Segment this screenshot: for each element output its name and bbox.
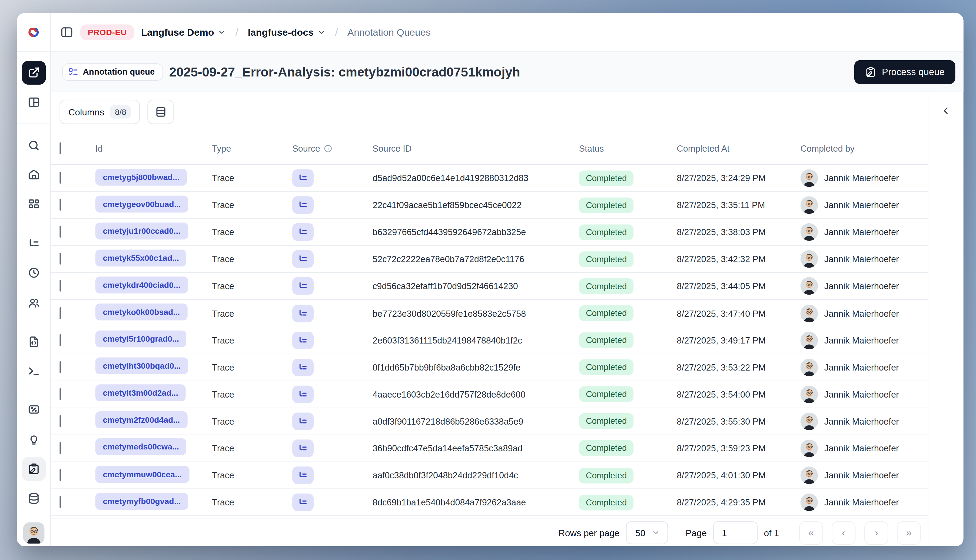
source-trace-button[interactable] <box>292 493 314 511</box>
item-id-link[interactable]: cmetyko0k00bsad... <box>95 303 188 320</box>
item-id-link[interactable]: cmetylht300bqad0... <box>95 358 189 375</box>
item-id-link[interactable]: cmetyl5r100grad0... <box>95 330 187 348</box>
row-checkbox[interactable] <box>60 226 61 238</box>
column-header-completed-by[interactable]: Completed by <box>800 143 928 153</box>
chevron-left-icon <box>941 106 951 115</box>
item-source-id: 0f1dd65b7bb9bf6ba8a6cbb82c1529fe <box>372 362 579 372</box>
item-completed-by: Jannik Maierhoefer <box>824 308 899 318</box>
table-row: cmetymyfb00gvad... Trace 8dc69b1ba1e540b… <box>51 489 928 516</box>
source-trace-button[interactable] <box>292 223 314 241</box>
sidebar-item-prompts[interactable] <box>22 330 46 353</box>
previous-page-button[interactable]: ‹ <box>832 521 856 545</box>
panel-left-icon <box>60 26 73 39</box>
row-checkbox[interactable] <box>60 172 61 184</box>
completed-by-avatar <box>800 358 818 376</box>
source-trace-button[interactable] <box>292 304 314 322</box>
row-checkbox[interactable] <box>60 388 61 400</box>
source-trace-button[interactable] <box>292 170 314 187</box>
sidebar-item-traces[interactable] <box>22 232 46 255</box>
item-id-link[interactable]: cmetymmuw00cea... <box>95 466 189 483</box>
breadcrumb-org[interactable]: Langfuse Demo <box>141 27 226 38</box>
item-completed-at: 8/27/2025, 3:35:11 PM <box>677 200 800 210</box>
column-header-type[interactable]: Type <box>212 143 292 153</box>
page-number-input[interactable]: 1 <box>713 521 757 544</box>
status-badge: Completed <box>579 360 634 375</box>
item-id-link[interactable]: cmetyju1r00ccad0... <box>95 222 188 240</box>
source-trace-button[interactable] <box>292 250 314 268</box>
row-checkbox[interactable] <box>60 280 61 292</box>
item-id-link[interactable]: cmetyk55x00c1ad... <box>95 250 187 267</box>
sidebar-item-open-external[interactable] <box>22 61 46 85</box>
item-type: Trace <box>212 281 292 291</box>
sidebar-item-dashboards[interactable] <box>22 192 46 216</box>
search-icon <box>28 139 40 152</box>
row-checkbox[interactable] <box>60 307 61 319</box>
item-id-link[interactable]: cmetymyfb00gvad... <box>95 493 189 510</box>
breadcrumb-project[interactable]: langfuse-docs <box>248 27 326 38</box>
last-page-button[interactable]: » <box>897 521 921 545</box>
sidebar-item-search[interactable] <box>22 133 46 157</box>
sidebar-item-insights[interactable] <box>22 428 46 452</box>
item-id-link[interactable]: cmetym2fz00d4ad... <box>95 412 188 428</box>
process-queue-button[interactable]: Process queue <box>854 60 956 84</box>
item-id-link[interactable]: cmetygeov00buad... <box>95 195 189 212</box>
row-checkbox[interactable] <box>60 496 61 508</box>
source-trace-button[interactable] <box>292 197 314 214</box>
table-row: cmetym2fz00d4ad... Trace a0df3f901167218… <box>51 408 928 435</box>
rows-per-page-select[interactable]: 50 <box>626 521 668 544</box>
item-completed-by: Jannik Maierhoefer <box>824 281 899 291</box>
row-checkbox[interactable] <box>60 361 61 373</box>
sidebar-item-home[interactable] <box>22 162 46 186</box>
item-completed-by: Jannik Maierhoefer <box>824 389 899 399</box>
row-height-button[interactable] <box>148 100 174 124</box>
row-checkbox[interactable] <box>60 253 61 265</box>
database-icon <box>28 492 40 505</box>
item-completed-by: Jannik Maierhoefer <box>824 254 899 264</box>
table-row: cmetyju1r00ccad0... Trace b63297665cfd44… <box>51 219 928 246</box>
next-page-button[interactable]: › <box>864 521 888 545</box>
status-badge: Completed <box>579 413 634 429</box>
page-label: Page <box>686 528 707 538</box>
item-completed-at: 8/27/2025, 4:01:30 PM <box>677 470 800 480</box>
row-checkbox[interactable] <box>60 469 61 481</box>
columns-button[interactable]: Columns 8/8 <box>60 100 140 124</box>
source-trace-button[interactable] <box>292 385 314 403</box>
row-checkbox[interactable] <box>60 199 61 211</box>
select-all-checkbox[interactable] <box>60 142 61 154</box>
source-trace-button[interactable] <box>292 332 314 349</box>
sidebar-item-users[interactable] <box>22 291 46 315</box>
item-id-link[interactable]: cmetyg5j800bwad... <box>95 168 187 185</box>
sidebar-item-tables[interactable] <box>22 90 46 114</box>
first-page-button[interactable]: « <box>799 521 823 545</box>
item-id-link[interactable]: cmetykdr400ciad0... <box>95 277 188 293</box>
row-checkbox[interactable] <box>60 442 61 454</box>
source-trace-button[interactable] <box>292 358 314 376</box>
table-icon <box>28 96 40 108</box>
sidebar-item-evaluation[interactable] <box>22 398 46 422</box>
row-checkbox[interactable] <box>60 334 61 346</box>
column-header-status[interactable]: Status <box>579 143 677 153</box>
sidebar-item-sessions[interactable] <box>22 261 46 285</box>
source-trace-button[interactable] <box>292 277 314 295</box>
sidebar-item-playground[interactable] <box>22 359 46 383</box>
column-header-source-id[interactable]: Source ID <box>372 143 579 153</box>
sidebar-item-datasets[interactable] <box>22 487 46 510</box>
sidebar-toggle-button[interactable] <box>60 26 73 39</box>
expand-panel-button[interactable] <box>941 106 951 115</box>
column-header-completed-at[interactable]: Completed At <box>677 143 800 153</box>
users-icon <box>28 297 40 309</box>
item-id-link[interactable]: cmetylt3m00d2ad... <box>95 385 186 402</box>
user-avatar[interactable] <box>23 522 45 544</box>
row-checkbox[interactable] <box>60 415 61 427</box>
list-tree-icon <box>298 497 308 507</box>
source-trace-button[interactable] <box>292 467 314 484</box>
column-header-source[interactable]: Source <box>292 143 372 153</box>
item-id-link[interactable]: cmetymeds00cwa... <box>95 438 187 456</box>
source-trace-button[interactable] <box>292 412 314 430</box>
org-logo[interactable] <box>17 13 51 52</box>
column-header-id[interactable]: Id <box>95 143 212 153</box>
columns-count-badge: 8/8 <box>110 105 132 118</box>
completed-by-avatar <box>800 332 818 349</box>
source-trace-button[interactable] <box>292 440 314 457</box>
sidebar-item-annotation-queues[interactable] <box>22 457 46 481</box>
